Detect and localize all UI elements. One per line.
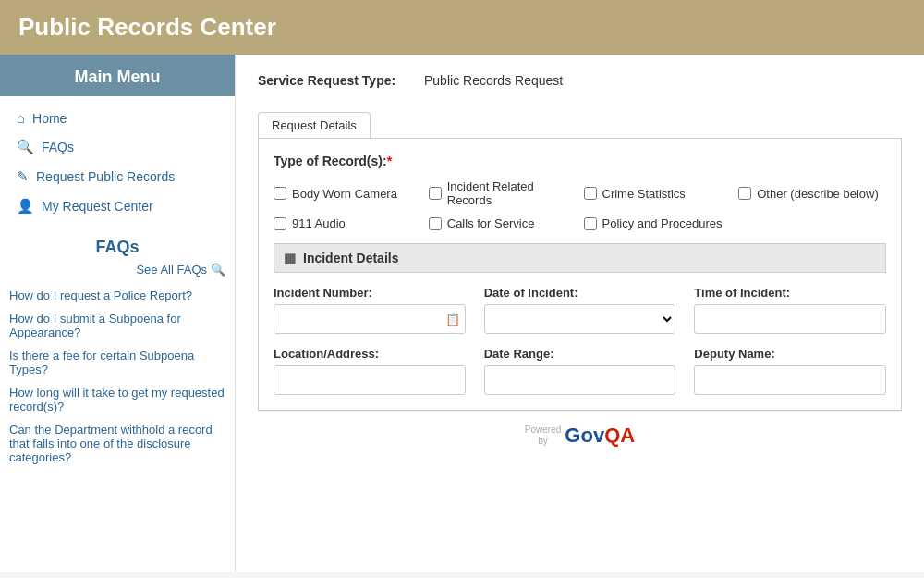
checkbox-crime-statistics-label: Crime Statistics [602, 187, 686, 201]
sidebar-item-home[interactable]: ⌂ Home [0, 104, 235, 132]
faqs-section: FAQs See All FAQs 🔍 How do I request a P… [0, 228, 235, 473]
type-of-record-label: Type of Record(s):* [274, 154, 886, 168]
sidebar-item-request-label: Request Public Records [36, 169, 175, 184]
checkbox-calls-for-service-label: Calls for Service [447, 216, 535, 230]
field-incident-number: Incident Number: 📋 [274, 286, 466, 334]
incident-number-input[interactable] [274, 304, 466, 334]
checkbox-other-input[interactable] [738, 187, 751, 200]
tab-request-details[interactable]: Request Details [258, 112, 371, 138]
form-section: Type of Record(s):* Body Worn Camera Inc… [258, 138, 902, 411]
edit-icon: ✎ [17, 168, 29, 185]
field-deputy-name: Deputy Name: [694, 347, 886, 395]
sidebar-main-menu-label: Main Menu [0, 55, 235, 96]
powered-by-label: Poweredby [525, 424, 561, 447]
field-date-range: Date Range: [484, 347, 676, 395]
govqa-brand: GovQA [565, 424, 635, 448]
checkbox-incident-related-records-input[interactable] [429, 187, 442, 200]
checkbox-policy-and-procedures-label: Policy and Procedures [602, 216, 723, 230]
qa-part: QA [604, 424, 635, 447]
home-icon: ⌂ [17, 110, 25, 126]
service-request-type-value: Public Records Request [424, 73, 563, 88]
sidebar-item-home-label: Home [32, 111, 67, 126]
faqs-section-title: FAQs [9, 238, 225, 257]
date-range-input[interactable] [484, 365, 676, 395]
incident-number-wrapper: 📋 [274, 304, 466, 334]
see-all-faqs-search-icon: 🔍 [211, 263, 225, 277]
checkbox-grid: Body Worn Camera Incident Related Record… [274, 179, 886, 230]
sidebar-item-my-request-center[interactable]: 👤 My Request Center [0, 191, 235, 221]
checkbox-other-label: Other (describe below) [757, 187, 879, 201]
main-content: Service Request Type: Public Records Req… [236, 55, 924, 572]
checkbox-911-audio[interactable]: 911 Audio [274, 216, 421, 230]
incident-number-label: Incident Number: [274, 286, 466, 300]
incident-details-icon: ▦ [284, 251, 296, 265]
page-header: Public Records Center [0, 0, 924, 55]
deputy-name-label: Deputy Name: [694, 347, 886, 361]
checkbox-crime-statistics[interactable]: Crime Statistics [584, 179, 732, 207]
location-address-label: Location/Address: [274, 347, 466, 361]
checkbox-911-audio-label: 911 Audio [292, 216, 346, 230]
checkbox-other[interactable]: Other (describe below) [738, 179, 886, 207]
sidebar: Main Menu ⌂ Home 🔍 FAQs ✎ Request Public… [0, 55, 236, 572]
checkbox-calls-for-service-input[interactable] [429, 217, 442, 230]
checkbox-body-worn-camera-input[interactable] [274, 187, 286, 200]
date-range-label: Date Range: [484, 347, 676, 361]
sidebar-item-my-request-label: My Request Center [42, 199, 153, 214]
checkbox-911-audio-input[interactable] [274, 217, 286, 230]
date-of-incident-select[interactable] [484, 304, 676, 334]
sidebar-item-faqs-label: FAQs [42, 140, 74, 154]
sidebar-item-request-public-records[interactable]: ✎ Request Public Records [0, 162, 235, 191]
gov-part: Gov [565, 424, 604, 447]
faq-item-1[interactable]: How do I submit a Subpoena for Appearanc… [9, 307, 225, 344]
incident-fields-grid: Incident Number: 📋 Date of Incident: Tim… [274, 286, 886, 395]
checkbox-placeholder [738, 216, 886, 230]
faq-item-2[interactable]: Is there a fee for certain Subpoena Type… [9, 344, 225, 381]
time-of-incident-input[interactable] [694, 304, 886, 334]
checkbox-policy-and-procedures-input[interactable] [584, 217, 597, 230]
checkbox-incident-related-records-label: Incident Related Records [447, 179, 577, 207]
checkbox-body-worn-camera-label: Body Worn Camera [292, 187, 397, 201]
checkbox-body-worn-camera[interactable]: Body Worn Camera [274, 179, 421, 207]
required-star: * [387, 154, 392, 168]
sidebar-item-faqs[interactable]: 🔍 FAQs [0, 132, 235, 162]
location-address-input[interactable] [274, 365, 466, 395]
checkbox-crime-statistics-input[interactable] [584, 187, 597, 200]
checkbox-policy-and-procedures[interactable]: Policy and Procedures [584, 216, 732, 230]
page-title: Public Records Center [18, 13, 906, 42]
incident-details-title: Incident Details [303, 251, 398, 265]
faq-item-3[interactable]: How long will it take to get my requeste… [9, 381, 225, 418]
user-icon: 👤 [17, 198, 34, 215]
faq-item-0[interactable]: How do I request a Police Report? [9, 284, 225, 307]
sidebar-nav: ⌂ Home 🔍 FAQs ✎ Request Public Records 👤… [0, 96, 235, 228]
field-time-of-incident: Time of Incident: [694, 286, 886, 334]
time-of-incident-label: Time of Incident: [694, 286, 886, 300]
deputy-name-input[interactable] [694, 365, 886, 395]
service-request-type-label: Service Request Type: [258, 73, 406, 88]
field-location-address: Location/Address: [274, 347, 466, 395]
main-layout: Main Menu ⌂ Home 🔍 FAQs ✎ Request Public… [0, 55, 924, 572]
checkbox-incident-related-records[interactable]: Incident Related Records [429, 179, 577, 207]
see-all-faqs-link[interactable]: See All FAQs 🔍 [9, 263, 225, 277]
date-of-incident-label: Date of Incident: [484, 286, 676, 300]
govqa-logo: Poweredby GovQA [525, 424, 635, 448]
service-request-row: Service Request Type: Public Records Req… [258, 73, 902, 97]
checkbox-calls-for-service[interactable]: Calls for Service [429, 216, 577, 230]
incident-details-header: ▦ Incident Details [274, 243, 886, 273]
faq-item-4[interactable]: Can the Department withhold a record tha… [9, 418, 225, 469]
footer: Poweredby GovQA [258, 411, 902, 453]
field-date-of-incident: Date of Incident: [484, 286, 676, 334]
search-icon: 🔍 [17, 139, 34, 155]
